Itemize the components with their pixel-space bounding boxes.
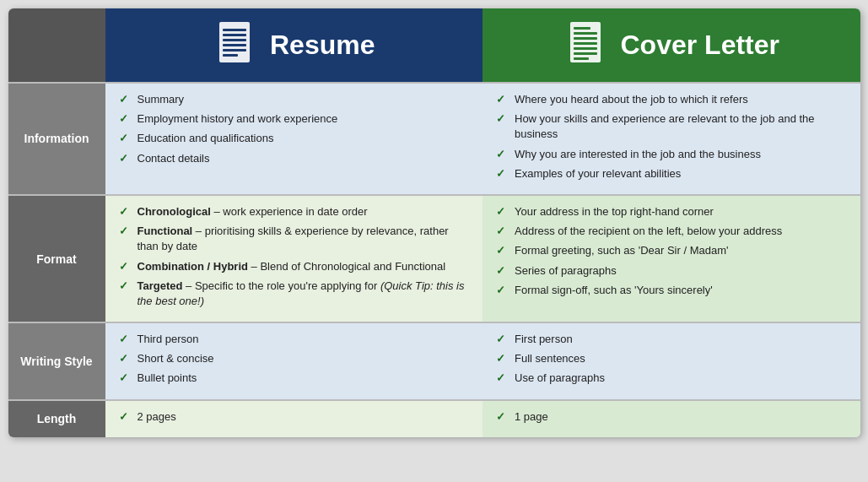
list-item: Address of the recipient on the left, be… [496, 224, 847, 239]
length-cover-cell: 1 page [483, 401, 860, 437]
info-cover-list: Where you heard about the job to which i… [496, 92, 847, 181]
svg-rect-5 [223, 49, 246, 51]
format-resume-cell: Chronological – work experience in date … [105, 196, 483, 322]
list-item: Full sentences [496, 351, 847, 366]
length-row: Length 2 pages 1 page [8, 399, 860, 437]
info-resume-cell: Summary Employment history and work expe… [105, 84, 483, 194]
format-label: Format [8, 196, 105, 322]
svg-rect-9 [574, 32, 597, 35]
svg-rect-10 [574, 37, 597, 40]
svg-rect-6 [223, 54, 238, 57]
cover-icon [563, 20, 607, 70]
list-item: Employment history and work experience [119, 111, 470, 127]
writing-label: Writing Style [8, 323, 105, 399]
list-item: Combination / Hybrid – Blend of Chronolo… [119, 259, 470, 274]
format-row: Format Chronological – work experience i… [8, 194, 860, 322]
svg-rect-13 [574, 52, 597, 55]
svg-rect-11 [574, 42, 597, 45]
length-resume-cell: 2 pages [105, 401, 483, 437]
writing-resume-list: Third person Short & concise Bullet poin… [119, 332, 470, 387]
cover-title: Cover Letter [621, 30, 780, 61]
list-item: First person [496, 332, 847, 347]
svg-rect-8 [574, 27, 590, 30]
svg-rect-3 [223, 39, 246, 41]
resume-header: Resume [105, 8, 483, 82]
writing-row: Writing Style Third person Short & conci… [8, 322, 860, 399]
writing-resume-cell: Third person Short & concise Bullet poin… [105, 323, 483, 399]
list-item: Summary [119, 92, 470, 107]
list-item: Where you heard about the job to which i… [496, 92, 847, 107]
list-item: Your address in the top right-hand corne… [496, 204, 847, 219]
format-cover-list: Your address in the top right-hand corne… [496, 204, 847, 298]
info-cover-cell: Where you heard about the job to which i… [483, 84, 860, 194]
svg-rect-12 [574, 47, 597, 50]
info-resume-list: Summary Employment history and work expe… [119, 92, 470, 166]
list-item: Education and qualifications [119, 131, 470, 146]
info-row: Information Summary Employment history a… [8, 82, 860, 194]
format-resume-list: Chronological – work experience in date … [119, 204, 470, 309]
resume-title: Resume [270, 30, 375, 61]
list-item: Formal sign-off, such as 'Yours sincerel… [496, 283, 847, 298]
list-item: Use of paragraphs [496, 371, 847, 386]
writing-cover-cell: First person Full sentences Use of parag… [483, 323, 860, 399]
list-item: 2 pages [119, 409, 470, 425]
info-label: Information [8, 84, 105, 194]
list-item: Contact details [119, 151, 470, 166]
svg-rect-14 [574, 57, 589, 60]
list-item: How your skills and experience are relev… [496, 111, 847, 142]
writing-cover-list: First person Full sentences Use of parag… [496, 332, 847, 387]
svg-rect-4 [223, 44, 246, 46]
header-label-empty [8, 8, 105, 82]
list-item: Series of paragraphs [496, 263, 847, 279]
svg-rect-2 [223, 34, 246, 36]
list-item: Short & concise [119, 351, 470, 366]
length-cover-list: 1 page [496, 409, 847, 425]
length-resume-list: 2 pages [119, 409, 470, 425]
resume-icon [213, 20, 256, 70]
list-item: 1 page [496, 409, 847, 425]
list-item: Bullet points [119, 371, 470, 386]
header-row: Resume Cover Letter [8, 8, 860, 82]
list-item: Functional – prioritising skills & exper… [119, 224, 470, 254]
list-item: Targeted – Specific to the role you're a… [119, 279, 470, 309]
cover-header: Cover Letter [483, 8, 860, 82]
svg-rect-1 [223, 29, 246, 31]
list-item: Why you are interested in the job and th… [496, 147, 847, 162]
list-item: Formal greeting, such as 'Dear Sir / Mad… [496, 243, 847, 258]
list-item: Third person [119, 332, 470, 347]
list-item: Examples of your relevant abilities [496, 166, 847, 181]
format-cover-cell: Your address in the top right-hand corne… [483, 196, 860, 322]
comparison-table: Resume Cover Letter Information [8, 8, 860, 437]
length-label: Length [8, 401, 105, 437]
list-item: Chronological – work experience in date … [119, 204, 470, 219]
